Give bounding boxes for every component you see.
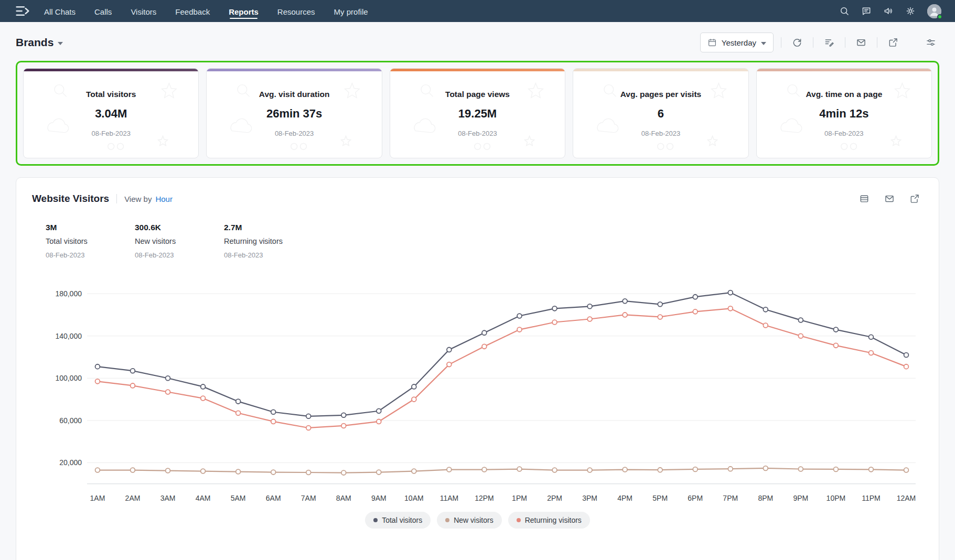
data-point-returning-visitors[interactable]	[834, 343, 839, 348]
data-point-total-visitors[interactable]	[798, 318, 803, 322]
data-point-new-visitors[interactable]	[166, 468, 170, 473]
settings-gear-icon[interactable]	[902, 3, 919, 19]
data-point-new-visitors[interactable]	[552, 468, 557, 472]
data-point-total-visitors[interactable]	[623, 299, 627, 304]
data-point-new-visitors[interactable]	[95, 468, 100, 472]
sidebar-toggle-icon[interactable]	[14, 2, 31, 20]
data-point-total-visitors[interactable]	[166, 376, 170, 381]
data-point-new-visitors[interactable]	[412, 469, 416, 473]
data-point-returning-visitors[interactable]	[552, 320, 557, 325]
chat-icon[interactable]	[858, 3, 875, 19]
data-point-returning-visitors[interactable]	[693, 309, 698, 314]
stat-card-total-page-views[interactable]: Total page views19.25M08-Feb-2023	[390, 68, 565, 158]
legend-item-total-visitors[interactable]: Total visitors	[365, 512, 431, 529]
data-point-total-visitors[interactable]	[306, 414, 311, 418]
data-point-new-visitors[interactable]	[693, 467, 698, 472]
nav-item-feedback[interactable]: Feedback	[175, 2, 210, 21]
data-point-total-visitors[interactable]	[834, 327, 839, 332]
data-point-new-visitors[interactable]	[728, 467, 733, 471]
data-point-total-visitors[interactable]	[517, 314, 522, 318]
data-point-total-visitors[interactable]	[271, 410, 276, 414]
data-point-total-visitors[interactable]	[693, 295, 698, 299]
nav-item-my-profile[interactable]: My profile	[334, 2, 368, 21]
data-point-returning-visitors[interactable]	[587, 317, 592, 321]
data-point-returning-visitors[interactable]	[131, 383, 135, 388]
data-point-total-visitors[interactable]	[412, 384, 416, 389]
data-point-returning-visitors[interactable]	[306, 426, 311, 430]
data-point-returning-visitors[interactable]	[763, 323, 768, 328]
data-point-total-visitors[interactable]	[377, 408, 381, 413]
data-point-total-visitors[interactable]	[341, 413, 346, 417]
data-point-new-visitors[interactable]	[447, 467, 452, 472]
data-point-returning-visitors[interactable]	[517, 327, 522, 332]
data-point-total-visitors[interactable]	[728, 290, 733, 295]
avatar[interactable]	[927, 4, 941, 18]
data-point-new-visitors[interactable]	[658, 468, 662, 472]
data-point-returning-visitors[interactable]	[798, 333, 803, 338]
stat-card-avg-visit-duration[interactable]: Avg. visit duration26min 37s08-Feb-2023	[206, 68, 382, 158]
data-point-returning-visitors[interactable]	[482, 344, 487, 349]
data-point-total-visitors[interactable]	[552, 306, 557, 311]
nav-item-calls[interactable]: Calls	[94, 2, 112, 21]
legend-item-new-visitors[interactable]: New visitors	[437, 512, 501, 529]
data-point-new-visitors[interactable]	[587, 468, 592, 472]
nav-item-all-chats[interactable]: All Chats	[44, 2, 76, 21]
data-point-new-visitors[interactable]	[869, 467, 874, 472]
data-point-total-visitors[interactable]	[447, 347, 452, 352]
legend-item-returning-visitors[interactable]: Returning visitors	[508, 512, 590, 529]
data-point-returning-visitors[interactable]	[166, 390, 170, 394]
data-point-returning-visitors[interactable]	[271, 419, 276, 424]
stat-card-avg-pages-per-visits[interactable]: Avg. pages per visits608-Feb-2023	[573, 68, 748, 158]
data-point-new-visitors[interactable]	[377, 470, 381, 475]
data-point-total-visitors[interactable]	[482, 330, 487, 335]
export-icon[interactable]	[906, 190, 923, 207]
data-point-returning-visitors[interactable]	[728, 306, 733, 311]
data-point-total-visitors[interactable]	[763, 307, 768, 312]
data-point-returning-visitors[interactable]	[341, 424, 346, 428]
stat-card-total-visitors[interactable]: Total visitors3.04M08-Feb-2023	[23, 68, 199, 158]
data-point-new-visitors[interactable]	[798, 467, 803, 471]
data-point-new-visitors[interactable]	[482, 467, 487, 472]
view-by-value[interactable]: Hour	[155, 195, 173, 203]
report-selector[interactable]: Brands	[16, 36, 63, 49]
data-point-new-visitors[interactable]	[271, 470, 276, 475]
data-point-new-visitors[interactable]	[517, 467, 522, 471]
refresh-icon[interactable]	[789, 34, 806, 51]
data-point-new-visitors[interactable]	[763, 466, 768, 471]
data-point-returning-visitors[interactable]	[377, 419, 381, 424]
search-icon[interactable]	[836, 3, 853, 19]
data-point-total-visitors[interactable]	[201, 384, 206, 389]
summary-table-icon[interactable]	[856, 190, 873, 207]
data-point-total-visitors[interactable]	[869, 335, 874, 339]
nav-item-reports[interactable]: Reports	[229, 2, 259, 21]
scheduled-report-icon[interactable]	[821, 34, 838, 51]
data-point-total-visitors[interactable]	[587, 304, 592, 309]
date-range-picker[interactable]: Yesterday	[700, 33, 774, 52]
mail-icon[interactable]	[881, 190, 898, 207]
data-point-returning-visitors[interactable]	[412, 397, 416, 402]
mail-icon[interactable]	[853, 34, 870, 51]
data-point-returning-visitors[interactable]	[658, 315, 662, 319]
data-point-returning-visitors[interactable]	[201, 396, 206, 401]
data-point-returning-visitors[interactable]	[95, 379, 100, 384]
data-point-new-visitors[interactable]	[341, 470, 346, 475]
data-point-new-visitors[interactable]	[236, 469, 241, 474]
data-point-total-visitors[interactable]	[95, 364, 100, 369]
data-point-returning-visitors[interactable]	[904, 364, 909, 369]
data-point-returning-visitors[interactable]	[869, 351, 874, 356]
filter-settings-icon[interactable]	[922, 34, 939, 51]
nav-item-visitors[interactable]: Visitors	[131, 2, 156, 21]
sound-icon[interactable]	[880, 3, 897, 19]
data-point-new-visitors[interactable]	[623, 467, 627, 472]
data-point-total-visitors[interactable]	[658, 302, 662, 307]
data-point-new-visitors[interactable]	[904, 468, 909, 472]
nav-item-resources[interactable]: Resources	[277, 2, 315, 21]
data-point-returning-visitors[interactable]	[447, 362, 452, 367]
export-icon[interactable]	[885, 34, 902, 51]
data-point-new-visitors[interactable]	[201, 469, 206, 473]
data-point-new-visitors[interactable]	[131, 468, 135, 472]
data-point-total-visitors[interactable]	[131, 369, 135, 373]
data-point-total-visitors[interactable]	[236, 399, 241, 404]
data-point-new-visitors[interactable]	[834, 467, 839, 472]
data-point-new-visitors[interactable]	[306, 470, 311, 475]
